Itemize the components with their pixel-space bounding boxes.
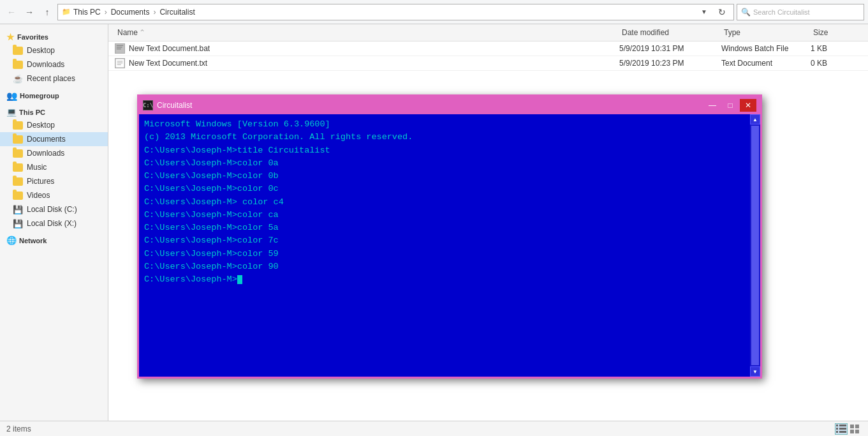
- search-placeholder: Search Circuitalist: [753, 8, 810, 16]
- table-row[interactable]: New Text Document.bat 5/9/2019 10:31 PM …: [108, 41, 868, 56]
- view-buttons: [835, 423, 862, 435]
- cmd-scroll-down-button[interactable]: ▼: [750, 366, 760, 377]
- sidebar-homegroup-header[interactable]: 👥 Homegroup: [0, 88, 108, 102]
- sidebar-item-downloads-fav[interactable]: Downloads: [0, 57, 108, 71]
- cmd-line-11: C:\Users\Joseph-M> color c4: [144, 196, 745, 209]
- sidebar-item-music[interactable]: Music: [0, 160, 108, 174]
- col-header-date[interactable]: Date modified: [619, 27, 721, 38]
- cmd-line-17: C:\Users\Joseph-M>color 7c: [144, 234, 745, 247]
- col-header-name[interactable]: Name ⌃: [115, 27, 619, 38]
- file-size-2: 0 KB: [811, 59, 862, 68]
- sidebar-item-videos[interactable]: Videos: [0, 188, 108, 202]
- drive-x-icon: 💾: [13, 218, 23, 229]
- thispc-label: This PC: [19, 109, 45, 116]
- sidebar-label-videos: Videos: [27, 191, 50, 200]
- file-type-2: Text Document: [721, 59, 811, 68]
- sidebar-thispc-header[interactable]: 💻 This PC: [0, 105, 108, 118]
- address-path-documents: Documents: [111, 8, 150, 17]
- svg-rect-14: [850, 425, 854, 428]
- address-path-circuitalist: Circuitalist: [159, 8, 195, 17]
- file-name-txt: New Text Document.txt: [129, 59, 207, 68]
- back-button[interactable]: ←: [4, 4, 19, 20]
- computer-icon: 💻: [6, 107, 17, 117]
- sidebar-network-section: 🌐 Network: [0, 233, 108, 246]
- cmd-line-21: C:\Users\Joseph-M>color 90: [144, 260, 745, 273]
- col-date-label: Date modified: [622, 28, 669, 37]
- sidebar-label-desktop-fav: Desktop: [27, 46, 55, 55]
- folder-icon: [13, 134, 23, 144]
- path-sep-1: ›: [105, 8, 107, 17]
- refresh-button[interactable]: ↻: [714, 4, 730, 20]
- col-size-label: Size: [813, 28, 828, 37]
- file-type-1: Windows Batch File: [721, 44, 811, 53]
- file-date-2: 5/9/2019 10:23 PM: [619, 59, 721, 68]
- item-count: 2 items: [6, 425, 31, 433]
- sidebar-item-pictures[interactable]: Pictures: [0, 174, 108, 188]
- sidebar-item-documents[interactable]: Documents: [0, 132, 108, 146]
- svg-rect-6: [117, 63, 123, 63]
- up-button[interactable]: ↑: [40, 4, 55, 20]
- sidebar-item-desktop[interactable]: Desktop: [0, 118, 108, 132]
- cmd-line-5: C:\Users\Joseph-M>color 0a: [144, 157, 745, 170]
- cmd-minimize-button[interactable]: —: [704, 99, 721, 112]
- music-folder-icon: [13, 162, 23, 172]
- cmd-scrollbar[interactable]: ▲ ▼: [750, 114, 760, 377]
- sidebar-item-downloads[interactable]: Downloads: [0, 146, 108, 160]
- cmd-maximize-button[interactable]: □: [722, 99, 739, 112]
- sidebar-item-local-x[interactable]: 💾 Local Disk (X:): [0, 216, 108, 230]
- file-name-cell-2: New Text Document.txt: [115, 58, 619, 68]
- svg-rect-2: [117, 47, 122, 47]
- svg-rect-8: [836, 425, 838, 426]
- sidebar-label-downloads: Downloads: [27, 149, 64, 158]
- search-box[interactable]: 🔍 Search Circuitalist: [737, 4, 864, 20]
- file-list-header: Name ⌃ Date modified Type Size: [108, 24, 868, 41]
- svg-rect-5: [117, 61, 123, 62]
- col-header-size[interactable]: Size: [811, 27, 862, 38]
- cmd-content: Microsoft Windows [Version 6.3.9600](c) …: [139, 114, 760, 377]
- sidebar-item-recent[interactable]: ☕ Recent places: [0, 71, 108, 86]
- col-header-type[interactable]: Type: [721, 27, 811, 38]
- sidebar-favorites-section: ★ Favorites Desktop Downloads ☕: [0, 29, 108, 86]
- table-row[interactable]: New Text Document.txt 5/9/2019 10:23 PM …: [108, 56, 868, 71]
- sidebar-label-documents: Documents: [27, 135, 66, 144]
- cmd-controls: — □ ✕: [704, 99, 756, 112]
- cmd-title-left: C:\ Circuitalist: [143, 100, 192, 110]
- search-icon: 🔍: [741, 8, 751, 17]
- sidebar-label-local-x: Local Disk (X:): [27, 219, 77, 228]
- cmd-line-9: C:\Users\Joseph-M>color 0c: [144, 183, 745, 195]
- sidebar-item-local-c[interactable]: 💾 Local Disk (C:): [0, 202, 108, 216]
- sidebar: ★ Favorites Desktop Downloads ☕: [0, 24, 108, 421]
- address-path-icon: 📁: [62, 8, 71, 16]
- folder-icon: [13, 148, 23, 158]
- forward-button[interactable]: →: [22, 4, 37, 20]
- address-dropdown-button[interactable]: ▼: [696, 4, 712, 20]
- sidebar-label-music: Music: [27, 163, 47, 172]
- file-size-1: 1 KB: [811, 44, 862, 53]
- cmd-line-7: C:\Users\Joseph-M>color 0b: [144, 170, 745, 183]
- address-bar[interactable]: 📁 This PC › Documents › Circuitalist ▼ ↻: [57, 4, 734, 20]
- sidebar-thispc-section: 💻 This PC Desktop Documents: [0, 105, 108, 230]
- svg-rect-1: [117, 45, 124, 46]
- cmd-text-area: Microsoft Windows [Version 6.3.9600](c) …: [139, 114, 750, 377]
- sidebar-item-desktop-fav[interactable]: Desktop: [0, 43, 108, 57]
- sidebar-label-desktop: Desktop: [27, 121, 55, 130]
- sidebar-favorites-header[interactable]: ★ Favorites: [0, 29, 108, 43]
- folder-icon: [13, 120, 23, 130]
- col-type-label: Type: [724, 28, 740, 37]
- sidebar-network-header[interactable]: 🌐 Network: [0, 233, 108, 246]
- cmd-scroll-up-button[interactable]: ▲: [750, 114, 760, 124]
- bat-file-icon: [115, 43, 125, 54]
- cmd-line-0: Microsoft Windows [Version 6.3.9600]: [144, 118, 745, 131]
- cmd-line-23: C:\Users\Joseph-M>: [144, 273, 745, 286]
- col-name-label: Name: [117, 28, 138, 37]
- cmd-close-button[interactable]: ✕: [740, 99, 756, 112]
- recent-icon: ☕: [13, 73, 23, 84]
- toolbar: ← → ↑ 📁 This PC › Documents › Circuitali…: [0, 0, 868, 24]
- cmd-line-15: C:\Users\Joseph-M>color 5a: [144, 222, 745, 234]
- network-label: Network: [19, 237, 47, 244]
- cmd-scroll-thumb[interactable]: [751, 126, 759, 365]
- svg-rect-12: [836, 431, 838, 433]
- large-icons-view-button[interactable]: [849, 423, 862, 435]
- details-view-button[interactable]: [835, 423, 848, 435]
- cmd-line-1: (c) 2013 Microsoft Corporation. All righ…: [144, 131, 745, 144]
